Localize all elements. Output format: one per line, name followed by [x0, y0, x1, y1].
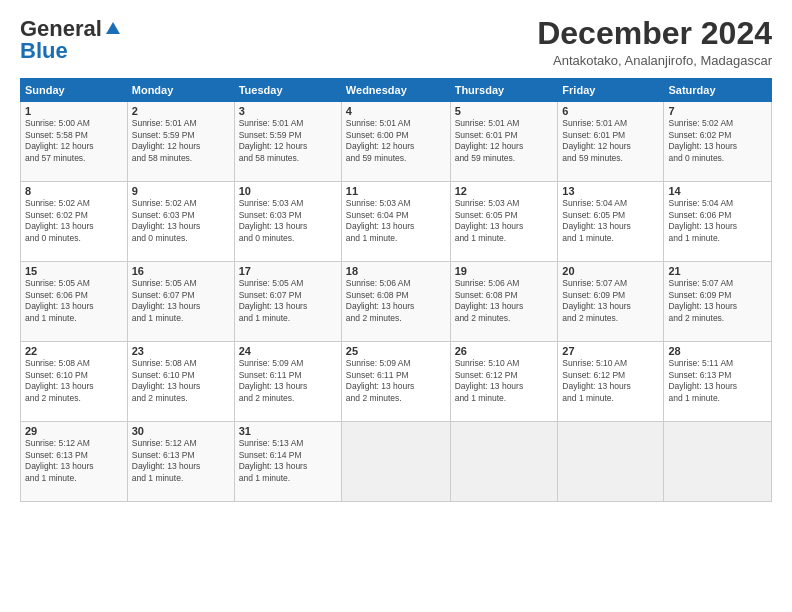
day-info: Sunrise: 5:03 AMSunset: 6:05 PMDaylight:…	[455, 198, 554, 244]
day-info: Sunrise: 5:09 AMSunset: 6:11 PMDaylight:…	[346, 358, 446, 404]
day-info: Sunrise: 5:06 AMSunset: 6:08 PMDaylight:…	[455, 278, 554, 324]
day-info: Sunrise: 5:07 AMSunset: 6:09 PMDaylight:…	[668, 278, 767, 324]
day-number: 22	[25, 345, 123, 357]
day-info: Sunrise: 5:09 AMSunset: 6:11 PMDaylight:…	[239, 358, 337, 404]
day-info: Sunrise: 5:08 AMSunset: 6:10 PMDaylight:…	[25, 358, 123, 404]
day-number: 13	[562, 185, 659, 197]
calendar-cell: 9Sunrise: 5:02 AMSunset: 6:03 PMDaylight…	[127, 182, 234, 262]
week-row-3: 15Sunrise: 5:05 AMSunset: 6:06 PMDayligh…	[21, 262, 772, 342]
day-number: 7	[668, 105, 767, 117]
calendar-cell: 28Sunrise: 5:11 AMSunset: 6:13 PMDayligh…	[664, 342, 772, 422]
day-info: Sunrise: 5:01 AMSunset: 5:59 PMDaylight:…	[132, 118, 230, 164]
page-header: General Blue December 2024 Antakotako, A…	[20, 16, 772, 68]
week-row-2: 8Sunrise: 5:02 AMSunset: 6:02 PMDaylight…	[21, 182, 772, 262]
day-number: 21	[668, 265, 767, 277]
calendar-cell	[341, 422, 450, 502]
day-info: Sunrise: 5:01 AMSunset: 6:01 PMDaylight:…	[455, 118, 554, 164]
calendar-cell	[664, 422, 772, 502]
week-row-4: 22Sunrise: 5:08 AMSunset: 6:10 PMDayligh…	[21, 342, 772, 422]
header-day-wednesday: Wednesday	[341, 79, 450, 102]
day-number: 27	[562, 345, 659, 357]
calendar-cell: 11Sunrise: 5:03 AMSunset: 6:04 PMDayligh…	[341, 182, 450, 262]
day-number: 18	[346, 265, 446, 277]
day-number: 19	[455, 265, 554, 277]
calendar-cell: 19Sunrise: 5:06 AMSunset: 6:08 PMDayligh…	[450, 262, 558, 342]
day-info: Sunrise: 5:07 AMSunset: 6:09 PMDaylight:…	[562, 278, 659, 324]
day-number: 15	[25, 265, 123, 277]
calendar-cell: 29Sunrise: 5:12 AMSunset: 6:13 PMDayligh…	[21, 422, 128, 502]
svg-marker-0	[106, 22, 120, 34]
calendar-cell: 1Sunrise: 5:00 AMSunset: 5:58 PMDaylight…	[21, 102, 128, 182]
calendar-cell: 31Sunrise: 5:13 AMSunset: 6:14 PMDayligh…	[234, 422, 341, 502]
header-day-tuesday: Tuesday	[234, 79, 341, 102]
calendar-cell: 22Sunrise: 5:08 AMSunset: 6:10 PMDayligh…	[21, 342, 128, 422]
day-info: Sunrise: 5:00 AMSunset: 5:58 PMDaylight:…	[25, 118, 123, 164]
header-day-thursday: Thursday	[450, 79, 558, 102]
day-number: 17	[239, 265, 337, 277]
day-info: Sunrise: 5:01 AMSunset: 5:59 PMDaylight:…	[239, 118, 337, 164]
day-info: Sunrise: 5:03 AMSunset: 6:03 PMDaylight:…	[239, 198, 337, 244]
day-number: 29	[25, 425, 123, 437]
header-day-monday: Monday	[127, 79, 234, 102]
header-row: SundayMondayTuesdayWednesdayThursdayFrid…	[21, 79, 772, 102]
day-info: Sunrise: 5:01 AMSunset: 6:01 PMDaylight:…	[562, 118, 659, 164]
calendar-cell: 6Sunrise: 5:01 AMSunset: 6:01 PMDaylight…	[558, 102, 664, 182]
calendar-cell: 25Sunrise: 5:09 AMSunset: 6:11 PMDayligh…	[341, 342, 450, 422]
logo-icon	[104, 20, 122, 38]
day-number: 12	[455, 185, 554, 197]
day-number: 10	[239, 185, 337, 197]
day-number: 16	[132, 265, 230, 277]
day-number: 14	[668, 185, 767, 197]
calendar-cell: 4Sunrise: 5:01 AMSunset: 6:00 PMDaylight…	[341, 102, 450, 182]
calendar-cell	[558, 422, 664, 502]
calendar-header: SundayMondayTuesdayWednesdayThursdayFrid…	[21, 79, 772, 102]
calendar-cell: 30Sunrise: 5:12 AMSunset: 6:13 PMDayligh…	[127, 422, 234, 502]
week-row-5: 29Sunrise: 5:12 AMSunset: 6:13 PMDayligh…	[21, 422, 772, 502]
day-info: Sunrise: 5:02 AMSunset: 6:02 PMDaylight:…	[668, 118, 767, 164]
calendar-cell: 21Sunrise: 5:07 AMSunset: 6:09 PMDayligh…	[664, 262, 772, 342]
month-title: December 2024	[537, 16, 772, 51]
logo: General Blue	[20, 16, 122, 64]
day-number: 5	[455, 105, 554, 117]
day-number: 25	[346, 345, 446, 357]
calendar-cell: 18Sunrise: 5:06 AMSunset: 6:08 PMDayligh…	[341, 262, 450, 342]
calendar-cell: 23Sunrise: 5:08 AMSunset: 6:10 PMDayligh…	[127, 342, 234, 422]
day-info: Sunrise: 5:01 AMSunset: 6:00 PMDaylight:…	[346, 118, 446, 164]
week-row-1: 1Sunrise: 5:00 AMSunset: 5:58 PMDaylight…	[21, 102, 772, 182]
day-info: Sunrise: 5:11 AMSunset: 6:13 PMDaylight:…	[668, 358, 767, 404]
day-info: Sunrise: 5:05 AMSunset: 6:07 PMDaylight:…	[132, 278, 230, 324]
calendar-cell: 3Sunrise: 5:01 AMSunset: 5:59 PMDaylight…	[234, 102, 341, 182]
calendar-cell: 2Sunrise: 5:01 AMSunset: 5:59 PMDaylight…	[127, 102, 234, 182]
day-info: Sunrise: 5:05 AMSunset: 6:07 PMDaylight:…	[239, 278, 337, 324]
day-number: 30	[132, 425, 230, 437]
day-number: 4	[346, 105, 446, 117]
day-info: Sunrise: 5:08 AMSunset: 6:10 PMDaylight:…	[132, 358, 230, 404]
location-subtitle: Antakotako, Analanjirofo, Madagascar	[537, 53, 772, 68]
calendar-cell: 13Sunrise: 5:04 AMSunset: 6:05 PMDayligh…	[558, 182, 664, 262]
header-day-saturday: Saturday	[664, 79, 772, 102]
calendar-body: 1Sunrise: 5:00 AMSunset: 5:58 PMDaylight…	[21, 102, 772, 502]
day-info: Sunrise: 5:10 AMSunset: 6:12 PMDaylight:…	[455, 358, 554, 404]
day-number: 2	[132, 105, 230, 117]
calendar-cell: 27Sunrise: 5:10 AMSunset: 6:12 PMDayligh…	[558, 342, 664, 422]
calendar-cell: 14Sunrise: 5:04 AMSunset: 6:06 PMDayligh…	[664, 182, 772, 262]
day-number: 20	[562, 265, 659, 277]
logo-blue: Blue	[20, 38, 68, 64]
title-block: December 2024 Antakotako, Analanjirofo, …	[537, 16, 772, 68]
day-number: 28	[668, 345, 767, 357]
day-info: Sunrise: 5:13 AMSunset: 6:14 PMDaylight:…	[239, 438, 337, 484]
calendar-cell: 15Sunrise: 5:05 AMSunset: 6:06 PMDayligh…	[21, 262, 128, 342]
calendar-cell: 24Sunrise: 5:09 AMSunset: 6:11 PMDayligh…	[234, 342, 341, 422]
calendar-cell: 5Sunrise: 5:01 AMSunset: 6:01 PMDaylight…	[450, 102, 558, 182]
calendar-cell	[450, 422, 558, 502]
day-info: Sunrise: 5:04 AMSunset: 6:06 PMDaylight:…	[668, 198, 767, 244]
day-info: Sunrise: 5:03 AMSunset: 6:04 PMDaylight:…	[346, 198, 446, 244]
calendar-cell: 17Sunrise: 5:05 AMSunset: 6:07 PMDayligh…	[234, 262, 341, 342]
day-info: Sunrise: 5:10 AMSunset: 6:12 PMDaylight:…	[562, 358, 659, 404]
day-number: 11	[346, 185, 446, 197]
day-info: Sunrise: 5:12 AMSunset: 6:13 PMDaylight:…	[25, 438, 123, 484]
calendar-cell: 16Sunrise: 5:05 AMSunset: 6:07 PMDayligh…	[127, 262, 234, 342]
day-info: Sunrise: 5:02 AMSunset: 6:02 PMDaylight:…	[25, 198, 123, 244]
header-day-sunday: Sunday	[21, 79, 128, 102]
day-info: Sunrise: 5:02 AMSunset: 6:03 PMDaylight:…	[132, 198, 230, 244]
